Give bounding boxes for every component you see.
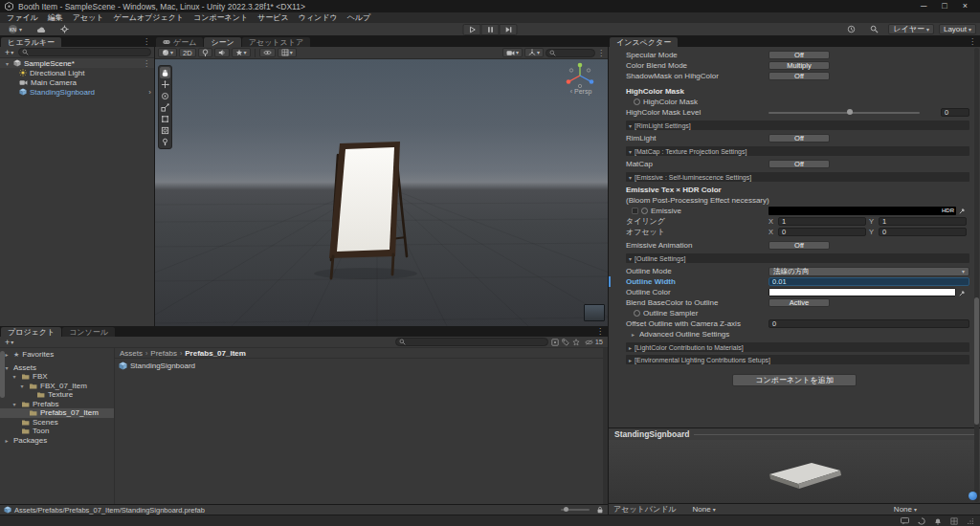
hierarchy-item-standingsignboard[interactable]: StandingSignboard › [0, 87, 154, 97]
maximize-button[interactable]: □ [942, 0, 947, 12]
hierarchy-add-button[interactable]: + ▾ [3, 48, 15, 57]
custom-tool[interactable] [160, 136, 170, 147]
preview-header[interactable]: StandingSignboard [609, 427, 980, 440]
eyedropper-icon[interactable] [959, 207, 967, 214]
tab-inspector[interactable]: インスペクター [610, 37, 678, 47]
project-scrollbar[interactable] [603, 348, 608, 504]
specular-mode-button[interactable]: Off [768, 51, 830, 59]
tiling-x-field[interactable]: 1 [778, 217, 866, 226]
more-icon[interactable]: ⋮ [597, 49, 605, 57]
asset-standingsignboard[interactable]: StandingSignboard [115, 360, 603, 371]
outline-mode-dropdown[interactable]: 法線の方向 ▾ [768, 267, 969, 276]
more-icon[interactable]: ⋮ [143, 59, 150, 68]
progress-activity-icon[interactable] [918, 517, 925, 525]
tab-hierarchy[interactable]: ヒエラルキー [1, 37, 61, 47]
transform-tool[interactable] [160, 124, 170, 136]
advanced-outline-foldout[interactable]: ▸ Advanced Outline Settings [609, 329, 980, 340]
eyedropper-icon[interactable] [959, 289, 967, 296]
layers-dropdown[interactable]: レイヤー ▾ [888, 24, 934, 34]
outline-sampler-row[interactable]: Outline Sampler [609, 308, 980, 318]
rotate-tool[interactable] [160, 90, 170, 101]
tree-scenes[interactable]: Scenes [0, 418, 114, 427]
highcolor-level-slider[interactable] [768, 112, 920, 114]
tree-fbx-07-item[interactable]: ▾ FBX_07_Item [0, 382, 114, 391]
outline-color-field[interactable] [768, 288, 956, 296]
perspective-label[interactable]: ‹ Persp [562, 88, 600, 95]
grid-dropdown[interactable]: ▾ [278, 48, 297, 57]
highcolor-level-field[interactable]: 0 [941, 108, 969, 117]
tree-texture[interactable]: Texture [0, 390, 114, 400]
emissive-animation-button[interactable]: Off [768, 241, 830, 250]
section-environment[interactable]: ▸ [Environmental Lighting Contributions … [626, 355, 969, 364]
rimlight-button[interactable]: Off [768, 134, 830, 142]
pause-button[interactable] [481, 24, 500, 35]
2d-toggle[interactable]: 2D [179, 48, 196, 57]
menu-component[interactable]: コンポーネント [189, 12, 253, 23]
tab-game[interactable]: ゲーム [156, 37, 203, 47]
tree-prefabs[interactable]: ▾ Prefabs [0, 400, 114, 409]
offset-x-field[interactable]: 0 [778, 228, 866, 236]
bell-icon[interactable] [934, 517, 942, 525]
outline-width-field[interactable]: 0.01 [768, 277, 969, 286]
section-outline[interactable]: ▾ [Outline Settings] [626, 253, 969, 263]
assetbundle-dropdown[interactable]: None ▾ [690, 505, 719, 514]
undo-history-button[interactable] [842, 24, 860, 34]
blend-basecolor-button[interactable]: Active [768, 298, 830, 307]
layout-dropdown[interactable]: Layout ▾ [939, 24, 976, 34]
scene-visibility-toggle[interactable] [259, 48, 276, 57]
assetbundle-variant-dropdown[interactable]: None ▾ [891, 505, 920, 514]
tree-favorites[interactable]: ▸ ★ Favorites [0, 350, 114, 360]
gizmos-dropdown[interactable]: ▾ [524, 48, 544, 57]
section-rimlight[interactable]: ▾ [RimLight Settings] [626, 121, 969, 130]
hierarchy-search-input[interactable] [18, 48, 151, 56]
tab-project[interactable]: プロジェクト [1, 327, 61, 337]
cloud-notification-badge[interactable] [969, 492, 977, 500]
hierarchy-item-main-camera[interactable]: Main Camera [0, 77, 154, 87]
rect-tool[interactable] [160, 113, 170, 124]
inspector-scrollbar[interactable] [974, 48, 979, 502]
tab-asset-store[interactable]: アセットストア [242, 37, 310, 47]
more-icon[interactable]: ⋮ [596, 327, 604, 336]
breadcrumb-assets[interactable]: Assets [120, 349, 143, 358]
tree-prefabs-07-item[interactable]: Prefabs_07_Item [0, 408, 114, 418]
open-prefab-arrow-icon[interactable]: › [148, 88, 151, 97]
preview-area[interactable] [609, 440, 980, 503]
scene-search-input[interactable] [546, 49, 595, 57]
close-button[interactable]: × [963, 0, 968, 12]
menu-services[interactable]: サービス [253, 12, 294, 23]
view-tool[interactable] [160, 67, 170, 78]
add-component-button[interactable]: コンポーネントを追加 [732, 374, 857, 386]
matcap-button[interactable]: Off [768, 160, 830, 168]
texture-slot-icon[interactable] [634, 310, 640, 317]
tab-scene[interactable]: シーン [204, 37, 240, 47]
tab-console[interactable]: コンソール [62, 327, 115, 337]
tree-assets[interactable]: ▾ Assets [0, 363, 114, 373]
texture-slot-icon[interactable] [634, 99, 640, 105]
services-button[interactable] [56, 24, 74, 34]
search-button[interactable] [865, 24, 883, 34]
menu-assets[interactable]: アセット [68, 12, 109, 23]
highcolor-mask-slot-row[interactable]: HighColor Mask [609, 97, 980, 107]
menu-gameobject[interactable]: ゲームオブジェクト [109, 12, 189, 23]
audio-toggle[interactable] [214, 48, 230, 57]
project-add-button[interactable]: + ▾ [3, 338, 15, 347]
scale-tool[interactable] [160, 101, 170, 113]
step-button[interactable] [500, 24, 518, 35]
tree-fbx[interactable]: ▾ FBX [0, 372, 114, 382]
texture-slot-icon[interactable] [641, 208, 648, 214]
menu-file[interactable]: ファイル [2, 12, 43, 23]
section-emissive[interactable]: ▾ [Emissive : Self-luminescence Settings… [626, 172, 969, 182]
hierarchy-scene-row[interactable]: ▾ SampleScene* ⋮ [0, 58, 154, 68]
tiling-y-field[interactable]: 1 [879, 217, 967, 226]
save-search-icon[interactable] [572, 339, 580, 346]
project-search-input[interactable] [395, 338, 548, 346]
lock-icon[interactable] [596, 506, 604, 514]
menu-edit[interactable]: 編集 [43, 12, 68, 23]
hidden-packages-count[interactable]: 15 [583, 338, 605, 346]
scene-viewport[interactable]: ‹ Persp [155, 59, 608, 326]
console-message-icon[interactable] [901, 517, 909, 525]
more-icon[interactable]: ⋮ [143, 37, 150, 46]
preview-resize-handle[interactable] [694, 434, 974, 435]
breadcrumb-current[interactable]: Prefabs_07_Item [185, 349, 246, 358]
resize-grip[interactable] [967, 517, 974, 525]
